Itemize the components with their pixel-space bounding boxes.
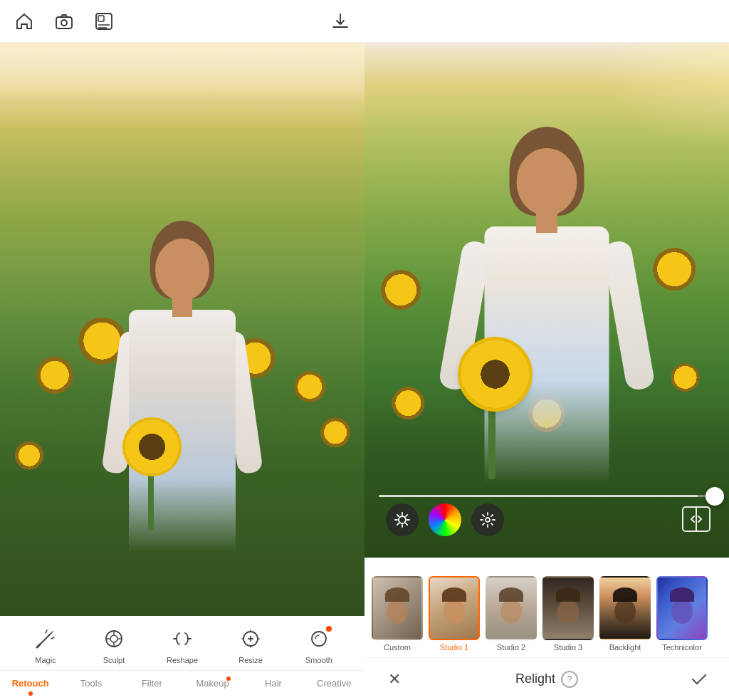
light-leak xyxy=(0,43,364,100)
svg-point-14 xyxy=(399,516,406,523)
light-controls xyxy=(386,503,504,536)
preset-thumb-backlight xyxy=(599,576,651,640)
svg-rect-3 xyxy=(98,16,104,21)
tab-filter[interactable]: Filter xyxy=(122,675,182,691)
tab-retouch[interactable]: Retouch xyxy=(0,675,61,691)
tab-hair[interactable]: Hair xyxy=(243,675,303,691)
sculpt-tool[interactable]: Sculpt xyxy=(93,625,135,664)
preset-label-backlight: Backlight xyxy=(609,643,641,652)
svg-point-1 xyxy=(61,20,67,26)
left-photo xyxy=(0,43,364,616)
preset-backlight[interactable]: Backlight xyxy=(599,576,651,652)
preset-studio2[interactable]: Studio 2 xyxy=(486,576,537,652)
svg-line-20 xyxy=(406,523,407,525)
left-panel: Magic Sculpt xyxy=(0,0,364,700)
right-panel: Custom Studio 1 Studio 2 xyxy=(364,0,729,700)
sculpt-label: Sculpt xyxy=(103,656,125,664)
svg-point-23 xyxy=(486,518,490,522)
left-image-area xyxy=(0,43,364,616)
resize-icon xyxy=(236,625,265,653)
reshape-icon xyxy=(168,625,196,653)
cancel-button[interactable]: ✕ xyxy=(379,664,410,695)
compare-button[interactable] xyxy=(678,502,715,536)
tools-row: Magic Sculpt xyxy=(0,622,364,670)
preset-label-studio3: Studio 3 xyxy=(554,643,582,652)
preset-label-studio1: Studio 1 xyxy=(440,643,468,652)
smooth-tool[interactable]: Smooth xyxy=(298,625,340,664)
presets-area: Custom Studio 1 Studio 2 xyxy=(364,558,729,657)
svg-point-8 xyxy=(110,635,117,642)
confirm-button[interactable] xyxy=(683,664,715,695)
preset-face-custom xyxy=(383,585,411,620)
preset-face-technicolor xyxy=(668,585,696,620)
svg-line-22 xyxy=(406,515,407,516)
preset-label-studio2: Studio 2 xyxy=(497,643,525,652)
person-right xyxy=(440,116,654,558)
svg-rect-0 xyxy=(56,17,72,28)
reshape-tool[interactable]: Reshape xyxy=(161,625,204,664)
bottom-action-bar: ✕ Relight ? xyxy=(364,657,729,700)
preset-thumb-custom xyxy=(372,576,423,640)
sculpt-icon xyxy=(100,625,128,653)
preset-label-technicolor: Technicolor xyxy=(662,643,702,652)
preset-technicolor[interactable]: Technicolor xyxy=(656,576,708,652)
right-top-bar xyxy=(364,0,729,43)
help-button[interactable]: ? xyxy=(561,671,578,688)
bottom-tabs: Retouch Tools Filter Makeup Hair Creativ… xyxy=(0,670,364,697)
preset-studio1[interactable]: Studio 1 xyxy=(429,576,480,652)
resize-label: Resize xyxy=(238,656,263,664)
preset-label-custom: Custom xyxy=(384,643,411,652)
smooth-icon xyxy=(305,625,333,653)
right-photo xyxy=(364,43,729,558)
magic-label: Magic xyxy=(35,656,56,664)
tab-makeup[interactable]: Makeup xyxy=(182,675,243,691)
makeup-dot xyxy=(226,677,231,681)
preset-thumb-studio1 xyxy=(429,576,480,640)
download-button[interactable] xyxy=(327,9,353,34)
tab-creative[interactable]: Creative xyxy=(304,675,364,691)
right-light-leak xyxy=(587,43,729,150)
tab-tools[interactable]: Tools xyxy=(61,675,121,691)
gallery-button[interactable] xyxy=(91,9,117,34)
smooth-notification-dot xyxy=(326,626,332,632)
sun-light-button[interactable] xyxy=(386,503,419,536)
left-top-bar xyxy=(0,0,364,43)
exposure-slider[interactable] xyxy=(379,495,715,497)
magic-icon xyxy=(31,625,60,653)
preset-face-studio3 xyxy=(554,585,582,620)
svg-line-21 xyxy=(397,523,399,525)
preset-studio3[interactable]: Studio 3 xyxy=(542,576,594,652)
magic-tool[interactable]: Magic xyxy=(24,625,67,664)
home-button[interactable] xyxy=(11,9,37,34)
preset-thumb-studio3 xyxy=(542,576,594,640)
preset-face-backlight xyxy=(611,585,639,620)
preset-face-studio1 xyxy=(440,585,468,620)
person-left xyxy=(97,203,268,616)
smooth-label: Smooth xyxy=(305,656,332,664)
svg-line-19 xyxy=(397,515,399,516)
preset-thumb-technicolor xyxy=(656,576,708,640)
reshape-label: Reshape xyxy=(167,656,198,664)
preset-face-studio2 xyxy=(497,585,525,620)
preset-custom[interactable]: Custom xyxy=(372,576,423,652)
left-toolbar: Magic Sculpt xyxy=(0,616,364,700)
color-light-button[interactable] xyxy=(429,503,461,536)
preset-thumb-studio2 xyxy=(486,576,537,640)
camera-button[interactable] xyxy=(51,9,77,34)
resize-tool[interactable]: Resize xyxy=(229,625,272,664)
settings-light-button[interactable] xyxy=(471,503,504,536)
action-title-area: Relight ? xyxy=(515,671,578,688)
checkmark-icon xyxy=(689,669,709,689)
right-image-area xyxy=(364,43,729,558)
relight-title: Relight xyxy=(515,672,555,686)
